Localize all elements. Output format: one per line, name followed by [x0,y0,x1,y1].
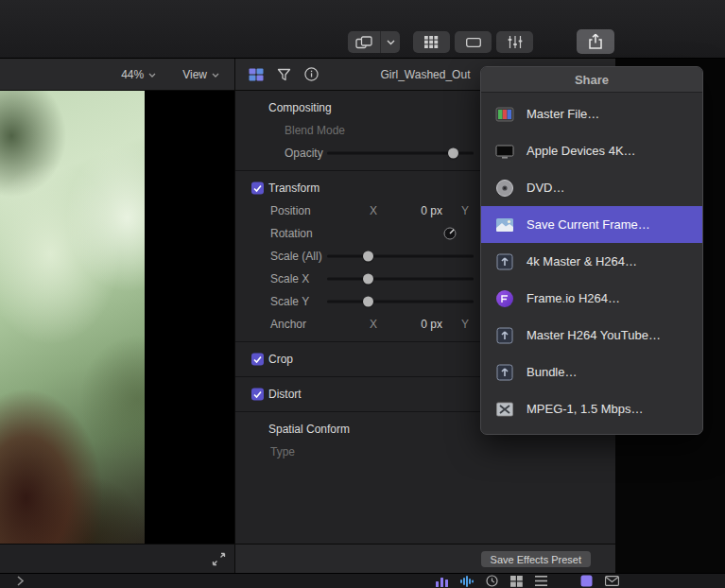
grid-view-button[interactable] [413,31,450,53]
overlap-squares-icon [348,31,380,53]
view-menu[interactable]: View [182,68,219,81]
zoom-menu[interactable]: 44% [121,68,156,81]
share-menu-popover: Share Master File…Apple Devices 4K…DVD…S… [480,66,703,435]
checkbox-transform[interactable] [251,182,264,195]
share-button[interactable] [577,29,614,54]
row-label: Anchor [270,318,306,331]
inspector-row-type: Type [235,441,615,463]
chevron-down-icon [148,73,156,78]
x-axis-label: X [370,318,377,331]
rotation-dial-icon[interactable] [443,227,457,240]
row-label: Scale X [270,272,309,285]
share-menu-item-label: Master File… [526,107,599,121]
share-menu-items: Master File…Apple Devices 4K…DVD…Save Cu… [481,93,702,434]
row-label: Distort [268,388,302,401]
row-label: Position [270,204,311,217]
chevron-down-icon[interactable] [380,31,400,53]
share-menu-item-master-h264-youtube[interactable]: Master H264 YouTube… [481,317,702,354]
slider-track [327,255,474,258]
share-menu-item-label: Apple Devices 4K… [526,144,636,158]
row-label: Blend Mode [285,124,345,137]
audio-meters-icon[interactable] [436,576,448,587]
apple-devices-icon [493,140,515,162]
checkbox-distort[interactable] [251,389,264,401]
share-menu-item-apple-devices-4k[interactable]: Apple Devices 4K… [481,132,702,169]
effects-icon[interactable] [580,575,593,587]
clip-appearance-button[interactable] [348,31,400,53]
adjust-view-button[interactable] [496,31,533,53]
save-effects-preset-button[interactable]: Save Effects Preset [481,551,591,567]
share-menu-item-label: Save Current Frame… [526,217,650,232]
row-label: Scale (All) [270,250,322,263]
share-menu-item-label: Bundle… [526,365,577,379]
x-axis-label: X [370,204,377,217]
filmstrip-view-icon [466,38,481,47]
share-menu-item-frame-io-h264[interactable]: Frame.io H264… [481,280,702,317]
dvd-icon [493,177,515,199]
grid-view-icon [424,36,439,48]
view-menu-label: View [182,68,207,81]
mail-icon[interactable] [605,576,619,586]
master-file-icon [493,103,515,125]
viewer-footer [0,544,234,573]
export-box-icon [493,361,515,383]
frameio-icon [493,287,515,309]
slider-knob[interactable] [448,148,458,159]
value-field[interactable]: 0 px [377,318,442,331]
row-label: Compositing [268,101,332,114]
share-menu-item-4k-master-h264[interactable]: 4k Master & H264… [481,243,702,280]
row-label: Rotation [270,227,313,240]
share-menu-title: Share [481,67,702,93]
mpeg-icon [493,398,515,420]
chevron-down-icon [212,73,219,78]
bottom-bar [0,573,725,588]
row-label: Crop [268,353,293,366]
y-axis-label: Y [461,204,469,217]
share-menu-item-bundle[interactable]: Bundle… [481,354,702,390]
export-box-icon [493,251,515,272]
bottom-bar-icons [436,575,619,587]
viewer-header: 44% View [0,59,234,91]
index-grid-icon[interactable] [510,576,523,587]
timer-icon[interactable] [486,575,498,587]
slider-knob[interactable] [363,297,373,307]
y-axis-label: Y [461,318,469,331]
main-toolbar [0,0,725,59]
share-menu-item-dvd[interactable]: DVD… [481,169,702,206]
row-label: Scale Y [270,295,309,308]
slider-track [327,278,474,281]
share-menu-item-label: Master H264 YouTube… [526,328,661,342]
adjust-sliders-icon [508,36,523,48]
checkbox-crop[interactable] [251,354,264,366]
slider-knob[interactable] [363,274,373,285]
row-label: Transform [268,182,319,195]
expand-viewer-button[interactable] [210,550,228,568]
zoom-level: 44% [121,68,144,81]
share-menu-item-label: MPEG-1, 1.5 Mbps… [526,402,644,416]
row-label: Opacity [285,147,323,160]
value-field[interactable]: 0 px [377,204,442,217]
share-menu-item-label: Frame.io H264… [526,291,620,305]
filmstrip-view-button[interactable] [455,31,492,53]
share-icon [588,33,603,50]
inspector-footer: Save Effects Preset [234,544,615,573]
row-label: Spatial Conform [268,423,350,436]
row-label: Type [270,445,295,458]
save-frame-icon [493,214,515,235]
viewer-canvas [0,91,234,544]
final-cut-window: 44% View Girl_Washed_Out [0,0,725,588]
share-menu-item-mpeg-1-1-5-mbps[interactable]: MPEG-1, 1.5 Mbps… [481,390,702,427]
share-menu-item-label: DVD… [526,181,564,195]
share-menu-item-save-current-frame[interactable]: Save Current Frame… [481,206,702,243]
chevron-right-icon[interactable] [17,576,24,586]
slider-track [327,301,474,303]
waveform-icon[interactable] [460,576,474,587]
share-menu-item-label: 4k Master & H264… [526,254,637,268]
slider-knob[interactable] [363,251,373,262]
list-view-icon[interactable] [535,576,547,586]
share-menu-item-master-file[interactable]: Master File… [481,95,702,132]
export-box-icon [493,324,515,346]
expand-icon [212,552,226,566]
video-preview-image [0,91,145,544]
